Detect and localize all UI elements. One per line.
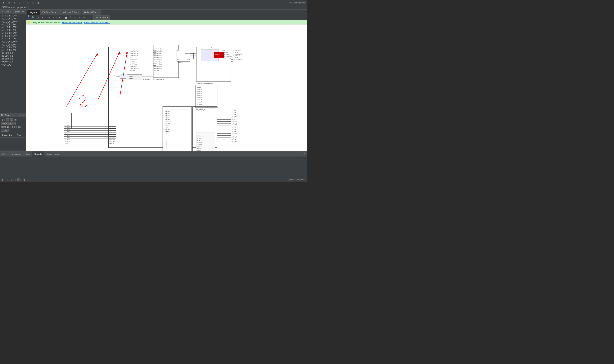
bottom-copy[interactable]: ⎘ [10,178,14,181]
view-dropdown[interactable]: Default View ▾ [93,15,110,20]
tab-properties[interactable]: Properties [0,133,14,137]
svg-text:B3_CSF_0: B3_CSF_0 [232,137,237,139]
signal-panel-nav[interactable]: ⊕ [1,10,4,13]
svg-text:M_AXI_GP0_ACLK: M_AXI_GP0_ACLK [223,56,232,57]
diagram-canvas[interactable]: adc_data_handle_v1_0 adc_filter_0 xtorcl… [26,25,307,151]
list-item[interactable]: all_lp_0_B1_CSF [0,17,26,20]
list-item[interactable]: all_lp_0_B1_data0 [0,20,26,23]
compile-button[interactable]: ▣ [7,0,11,5]
tab-platform-close[interactable]: × [57,11,59,13]
sigma-button[interactable]: Σ [18,0,22,5]
props-minimize[interactable]: — [16,114,18,117]
pencil-button[interactable]: ✎ [78,15,82,20]
list-item[interactable]: all_lp_0_B1_SDI [0,29,26,32]
props-settings2[interactable]: ⚙ [14,118,16,121]
tab-address-editor[interactable]: Address Editor × [61,10,81,15]
signal-settings[interactable]: ⚙ [21,10,25,13]
settings-button[interactable]: ⚙ [12,0,16,5]
svg-text:B3_SDI_0: B3_SDI_0 [232,141,237,142]
list-item[interactable]: all_lp_0_B3_CAP [0,32,26,34]
bottom-help[interactable]: ? [302,152,306,156]
bottom-list[interactable]: ≡ [14,178,18,181]
desi-close[interactable]: × [10,11,12,13]
props-back[interactable]: ◀ [6,118,9,121]
connect-button[interactable]: ⬤ [64,15,68,20]
list-item[interactable]: B3_SD4_0_1 [0,60,26,63]
bottom-grid[interactable]: ⊞ [18,178,22,181]
list-item[interactable]: B1_SD0_0_1 [0,52,26,54]
svg-text:capture_data_2a: capture_data_2a [130,53,138,54]
props-chip-row: □ clk [1,129,25,132]
list-item[interactable]: all_lp_0_B1_SCK [0,26,26,29]
list-item[interactable]: clk_in1_0_1 [0,63,26,66]
svg-text:B1_CSF_0: B1_CSF_0 [232,129,237,130]
svg-text:B1_CSF: B1_CSF [197,136,202,138]
list-item[interactable]: all_lp_0_B3_SDI [0,49,26,52]
svg-text:B3_SDI: B3_SDI [197,150,201,151]
signal-tag-row: clk_in1_0_1 × [1,122,25,125]
tab-design-runs[interactable]: Design Runs [44,152,61,156]
list-item[interactable]: all_lp_0_B3_data1 [0,43,26,46]
select-button[interactable]: ⊹ [73,15,77,20]
svg-text:A1_CAP: A1_CAP [166,111,170,112]
tab-platform-setup[interactable]: Platform Setup × [41,10,61,15]
props-maximize[interactable]: □ [19,114,21,117]
tab-address-map[interactable]: Address Map × [82,10,101,15]
zoom-out-button[interactable]: 🔍- [31,15,35,20]
copy-button[interactable]: ⎘ [31,0,35,5]
svg-text:data[31:0]: data[31:0] [197,91,202,92]
reset-button[interactable]: ↺ [47,15,51,20]
tab-pins[interactable]: Pins [14,133,23,137]
default-layout-icon: ⊟ [289,1,291,4]
tab-diagram[interactable]: Diagram [27,10,40,15]
list-item[interactable]: all_lp_0_B1_data1 [0,23,26,26]
fit-button[interactable]: ⊡ [36,15,40,20]
bottom-pause[interactable]: ⏸ [6,178,9,181]
list-item[interactable]: all_lp_0_B1_CNV [0,14,26,17]
run-button[interactable]: ▶ [1,0,6,5]
grid-button[interactable]: ⊟ [51,15,56,20]
props-id-label: _0_1 [1,119,5,121]
zoom-in-button[interactable]: 🔍+ [27,15,31,20]
add-button[interactable]: + [58,15,62,20]
route-button[interactable]: ⌇ [69,15,73,20]
props-chip[interactable]: □ clk [1,129,9,132]
tab-addr-map-close[interactable]: × [98,11,99,13]
svg-text:data[31:0]: data[31:0] [197,89,202,90]
bottom-delete[interactable]: 🗑 [23,178,26,181]
svg-text:adc_data[7][23:0]: adc_data[7][23:0] [154,66,162,67]
bottom-run[interactable]: ▶ [1,178,5,181]
center-area: Diagram Platform Setup × Address Editor … [26,10,307,151]
export-button[interactable]: ⤢ [87,15,91,20]
refresh-button[interactable]: ⟳ [82,15,86,20]
props-close[interactable]: × [22,114,25,117]
titlebar: DESIGN - adc_pl_ps_eth * [0,5,307,10]
signal-tag-close[interactable]: × [13,123,14,125]
tab-reports[interactable]: Reports [32,152,44,156]
list-item[interactable]: all_lp_0_B3_SCK [0,46,26,49]
props-help[interactable]: ? [13,114,15,117]
list-item[interactable]: all_lp_0_B3_data0 [0,40,26,43]
tab-messages[interactable]: Messages [9,152,24,156]
props-forward[interactable]: ▶ [10,118,13,121]
paste-button[interactable]: 📋 [36,0,41,5]
signal-list[interactable]: all_lp_0_B1_CNV all_lp_0_B1_CSF all_lp_0… [0,14,26,113]
list-item[interactable]: all_lp_0_B3_CNV [0,34,26,37]
list-item[interactable]: all_lp_0_B3_CSF [0,37,26,40]
list-item[interactable]: B1_SD4_0_1 [0,54,26,57]
assist-icon: 🔔 [28,21,30,24]
tab-ole[interactable]: ole × [0,152,9,156]
tab-log[interactable]: Log [24,152,32,156]
cut-button[interactable]: ✂ [26,0,30,5]
expand-button[interactable]: ⊞ [41,15,45,20]
svg-text:B1_SD0_0: B1_SD0_0 [65,135,70,136]
svg-text:A1_CNV: A1_CNV [166,115,170,116]
svg-text:data_in_0[23:0]: data_in_0[23:0] [130,59,137,60]
tab-addr-editor-close[interactable]: × [78,11,79,13]
svg-text:axi_aresetn: axi_aresetn [197,104,202,105]
run-block-automation-link[interactable]: Run Block Automation [62,21,82,24]
run-connection-automation-link[interactable]: Run Connection Automation [84,21,110,24]
svg-text:A3_SCK_0: A3_SCK_0 [232,122,237,124]
list-item[interactable]: B3_SD0_0_1 [0,57,26,60]
chevron-down-icon: ▾ [107,16,108,19]
